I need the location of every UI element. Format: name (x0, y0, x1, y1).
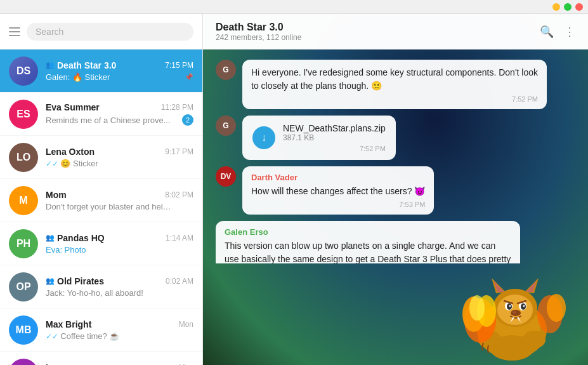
unread-badge-eva-summer: 2 (182, 114, 193, 126)
chat-preview-max-bright: ✓✓ Coffee time? ☕ (46, 331, 119, 341)
search-chat-button[interactable]: 🔍 (540, 25, 554, 39)
message-sender-msg3: Darth Vader (251, 173, 425, 182)
message-msg1: GHi everyone. I've redesigned some key s… (216, 60, 575, 109)
chat-name-mom: Mom (46, 190, 67, 200)
message-text-msg3: How will these changes affect the users?… (251, 185, 425, 198)
chat-time-mom: 8:02 PM (165, 190, 193, 199)
chat-content-max-bright: Max BrightMon✓✓ Coffee time? ☕ (46, 319, 193, 341)
file-name-msg2: NEW_DeathStar.plans.zip (283, 123, 386, 133)
avatar-mom: M (9, 186, 38, 215)
message-msg4: Galen ErsoThis version can blow up two p… (216, 221, 575, 263)
chat-content-pandas-hq: 👥 Pandas HQ1:14 AMEva: Photo (46, 233, 193, 255)
chat-preview-lena-oxton: ✓✓ 😊 Sticker (46, 159, 98, 168)
avatar-lena-oxton: LO (9, 143, 38, 172)
chat-content-death-star: 👥 Death Star 3.07:15 PMGalen: 🔥 Sticker📌 (46, 60, 193, 82)
chat-time-pandas-hq: 1:14 AM (166, 234, 193, 242)
maximize-button[interactable]: □ (564, 3, 572, 11)
chat-header-info: Death Star 3.0 242 members, 112 online (216, 22, 540, 42)
message-time-msg1: 7:52 PM (251, 95, 538, 103)
chat-name-eva-summer: Eva Summer (46, 102, 100, 112)
group-icon: 👥 (46, 234, 55, 242)
message-text-msg1: Hi everyone. I've redesigned some key st… (251, 66, 538, 93)
message-msg3: DVDarth VaderHow will these changes affe… (216, 166, 575, 215)
sticker (448, 267, 575, 362)
message-bubble-msg3: Darth VaderHow will these changes affect… (242, 166, 434, 215)
messages-area: GHi everyone. I've redesigned some key s… (203, 50, 588, 263)
svg-point-25 (469, 295, 485, 321)
chat-preview-eva-summer: Reminds me of a Chinese prove... (46, 116, 171, 125)
sidebar: Search DS👥 Death Star 3.07:15 PMGalen: 🔥… (0, 14, 203, 365)
message-time-msg3: 7:53 PM (251, 201, 425, 208)
read-receipt-icon: ✓✓ (46, 332, 60, 341)
message-bubble-msg4: Galen ErsoThis version can blow up two p… (216, 221, 520, 263)
chat-item-max-bright[interactable]: MB Max BrightMon✓✓ Coffee time? ☕ (0, 309, 202, 352)
svg-point-17 (513, 311, 516, 314)
msg-avatar-msg3: DV (216, 166, 236, 187)
chat-content-eva-summer: Eva Summer11:28 PMReminds me of a Chines… (46, 102, 193, 126)
file-size-msg2: 387.1 KB (283, 133, 386, 142)
message-time-msg2: 7:52 PM (283, 145, 386, 152)
chat-name-old-pirates: 👥 Old Pirates (46, 276, 104, 286)
avatar-death-star: DS (9, 56, 38, 86)
svg-point-7 (497, 295, 533, 325)
message-msg2: G↓NEW_DeathStar.plans.zip387.1 KB7:52 PM (216, 116, 575, 160)
pin-icon: 📌 (185, 73, 193, 81)
avatar-max-bright: MB (9, 315, 38, 345)
app-container: Search DS👥 Death Star 3.07:15 PMGalen: 🔥… (0, 14, 588, 365)
menu-button[interactable] (9, 27, 20, 36)
chat-item-eva-summer[interactable]: ES Eva Summer11:28 PMReminds me of a Chi… (0, 93, 202, 136)
avatar-old-pirates: OP (9, 272, 38, 302)
chat-subtitle: 242 members, 112 online (216, 33, 540, 42)
chat-time-eva-summer: 11:28 PM (161, 103, 193, 112)
search-placeholder: Search (36, 27, 63, 37)
chat-name-lena-oxton: Lena Oxton (46, 147, 95, 157)
avatar-eva-summer: ES (9, 100, 38, 129)
chat-preview-pandas-hq: Eva: Photo (46, 245, 86, 255)
group-icon: 👥 (46, 277, 55, 285)
chat-item-old-pirates[interactable]: OP👥 Old Pirates0:02 AMJack: Yo-ho-ho, al… (0, 265, 202, 309)
avatar-lee: L (9, 359, 38, 366)
file-bubble-msg2[interactable]: ↓NEW_DeathStar.plans.zip387.1 KB7:52 PM (242, 116, 396, 160)
read-receipt-icon: ✓✓ (46, 159, 60, 168)
title-bar: − □ × (0, 0, 588, 14)
chat-content-mom: Mom8:02 PMDon't forget your blaster and … (46, 190, 193, 211)
chat-title: Death Star 3.0 (216, 22, 540, 33)
chat-preview-mom: Don't forget your blaster and helmet (46, 202, 173, 211)
sticker-area (203, 263, 588, 365)
chat-panel: Death Star 3.0 242 members, 112 online 🔍… (203, 14, 588, 365)
group-icon: 👥 (46, 61, 55, 69)
chat-time-lena-oxton: 9:17 PM (165, 147, 193, 156)
chat-item-pandas-hq[interactable]: PH👥 Pandas HQ1:14 AMEva: Photo (0, 222, 202, 265)
close-button[interactable]: × (575, 3, 583, 11)
svg-point-12 (509, 305, 511, 307)
more-options-button[interactable]: ⋮ (564, 25, 575, 39)
avatar-pandas-hq: PH (9, 229, 38, 258)
msg-avatar-msg2: G (216, 116, 236, 136)
file-info-msg2: NEW_DeathStar.plans.zip387.1 KB7:52 PM (283, 123, 386, 152)
chat-item-death-star[interactable]: DS👥 Death Star 3.07:15 PMGalen: 🔥 Sticke… (0, 50, 202, 93)
chat-header-actions: 🔍 ⋮ (540, 25, 575, 39)
chat-item-mom[interactable]: M Mom8:02 PMDon't forget your blaster an… (0, 179, 202, 222)
svg-point-28 (490, 335, 534, 361)
chat-time-max-bright: Mon (179, 320, 193, 329)
sidebar-header: Search (0, 14, 202, 50)
chat-item-lena-oxton[interactable]: LO Lena Oxton9:17 PM✓✓ 😊 Sticker (0, 136, 202, 179)
message-text-msg4: This version can blow up two planets on … (225, 239, 511, 263)
chat-content-lena-oxton: Lena Oxton9:17 PM✓✓ 😊 Sticker (46, 147, 193, 168)
search-input[interactable]: Search (27, 23, 193, 41)
chat-name-pandas-hq: 👥 Pandas HQ (46, 233, 105, 243)
chat-preview-death-star: Galen: 🔥 Sticker (46, 72, 110, 82)
minimize-button[interactable]: − (552, 3, 560, 11)
chat-time-lee: Mon (179, 363, 193, 366)
chat-time-old-pirates: 0:02 AM (166, 277, 193, 286)
chat-name-death-star: 👥 Death Star 3.0 (46, 60, 116, 70)
chat-content-old-pirates: 👥 Old Pirates0:02 AMJack: Yo-ho-ho, all … (46, 276, 193, 298)
svg-point-13 (523, 305, 525, 307)
message-sender-msg4: Galen Erso (225, 227, 511, 237)
chat-item-lee[interactable]: L LeeMonWe can call it Galaxy Star 7 ;) (0, 352, 202, 365)
chat-name-lee: Lee (46, 362, 61, 366)
chat-preview-old-pirates: Jack: Yo-ho-ho, all aboard! (46, 288, 143, 298)
chat-list: DS👥 Death Star 3.07:15 PMGalen: 🔥 Sticke… (0, 50, 202, 365)
msg-avatar-msg1: G (216, 60, 236, 80)
download-button-msg2[interactable]: ↓ (252, 126, 275, 149)
